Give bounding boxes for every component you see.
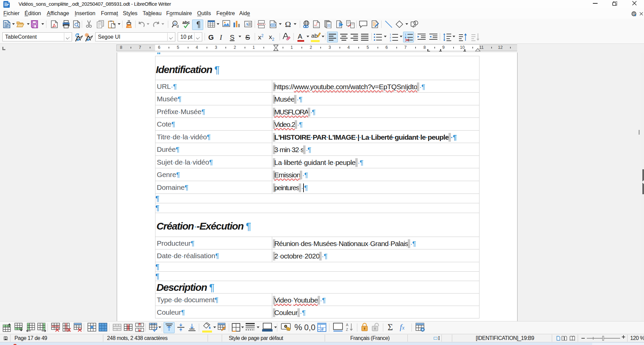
- svg-text:3: 3: [390, 39, 391, 41]
- svg-text:1: 1: [405, 33, 406, 36]
- svg-text:2: 2: [390, 36, 391, 39]
- svg-text:[i]: [i]: [327, 23, 330, 27]
- svg-text:a: a: [174, 22, 176, 25]
- svg-text:Ω: Ω: [285, 20, 291, 28]
- svg-text:1: 1: [316, 22, 318, 25]
- svg-text:d: d: [177, 24, 179, 28]
- svg-text:1: 1: [390, 33, 391, 36]
- svg-text:#: #: [321, 326, 324, 332]
- svg-text:A: A: [246, 22, 249, 27]
- svg-text:Z: Z: [346, 327, 348, 332]
- svg-text:A: A: [346, 323, 349, 327]
- svg-text:abc: abc: [182, 20, 190, 25]
